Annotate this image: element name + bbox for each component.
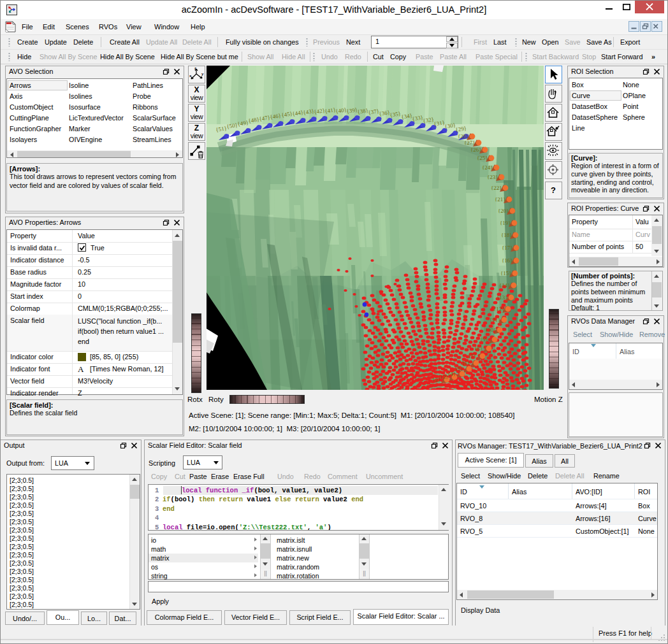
svg-text:z: z [194, 67, 196, 70]
svg-text:{8}: {8} [474, 345, 483, 352]
svg-text:{10}: {10} [485, 327, 497, 333]
svg-text:{25}: {25} [477, 155, 488, 161]
svg-text:{27}: {27} [464, 140, 476, 146]
svg-text:{9}: {9} [480, 336, 488, 343]
svg-text:{24}: {24} [482, 164, 493, 171]
svg-text:{26}: {26} [470, 147, 482, 153]
svg-text:{22}: {22} [491, 185, 502, 191]
svg-text:{15}: {15} [500, 270, 512, 276]
svg-text:{16}: {16} [502, 257, 513, 264]
svg-text:{20}: {20} [498, 208, 509, 214]
svg-text:{3}: {3} [440, 374, 448, 380]
svg-text:{19}: {19} [500, 220, 511, 226]
svg-text:{23}: {23} [487, 174, 498, 180]
svg-text:?: ? [551, 185, 556, 195]
svg-text:{17}: {17} [502, 245, 513, 251]
svg-text:{2}: {2} [432, 376, 440, 383]
svg-text:y: y [201, 72, 204, 76]
svg-text:{14}: {14} [499, 282, 511, 289]
svg-text:{28}: {28} [458, 133, 469, 140]
svg-text:{4}: {4} [447, 371, 456, 377]
svg-text:{13}: {13} [497, 294, 508, 301]
svg-text:{7}: {7} [468, 353, 476, 359]
svg-text:{21}: {21} [495, 196, 506, 203]
svg-text:{12}: {12} [493, 306, 505, 312]
svg-text:{18}: {18} [501, 232, 512, 238]
svg-text:{11}: {11} [490, 317, 500, 323]
